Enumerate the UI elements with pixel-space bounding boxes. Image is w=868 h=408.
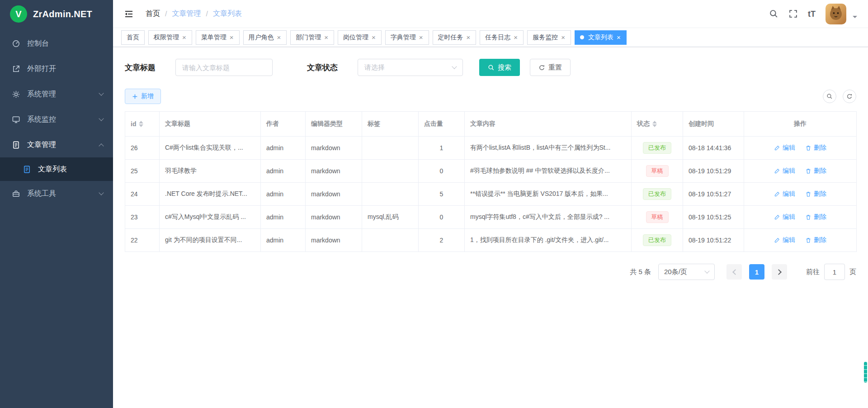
- sidebar-item-label: 文章管理: [27, 140, 56, 150]
- page-number-1[interactable]: 1: [749, 264, 764, 280]
- close-icon[interactable]: ×: [466, 34, 471, 41]
- close-icon[interactable]: ×: [616, 34, 621, 41]
- sidebar: V ZrAdmin.NET 控制台 外部打开 系统管理 系统监控: [0, 0, 113, 408]
- tab-service-monitor[interactable]: 服务监控×: [527, 30, 571, 45]
- tab-scheduled-task[interactable]: 定时任务×: [433, 30, 476, 45]
- edit-button[interactable]: 编辑: [774, 213, 795, 221]
- page-unit-label: 页: [849, 268, 856, 276]
- delete-button[interactable]: 删除: [805, 144, 826, 152]
- toggle-search-button[interactable]: [823, 90, 836, 103]
- table-row: 22 git 为不同的项目设置不同... admin markdown 2 1，…: [125, 229, 857, 252]
- chevron-right-icon: [776, 269, 782, 275]
- refresh-icon: [846, 93, 853, 100]
- delete-button[interactable]: 删除: [805, 236, 826, 244]
- tab-task-log[interactable]: 任务日志×: [480, 30, 524, 45]
- cell-created: 08-19 10:51:29: [683, 160, 744, 183]
- font-size-icon[interactable]: tT: [808, 10, 816, 18]
- goto-page-input[interactable]: [824, 264, 845, 280]
- table-row: 24 .NET Core 发布时提示.NET... admin markdown…: [125, 183, 857, 206]
- tab-article-list[interactable]: 文章列表×: [575, 30, 627, 45]
- goto-label: 前往: [806, 268, 820, 276]
- tab-menu[interactable]: 菜单管理×: [196, 30, 240, 45]
- plus-icon: [132, 94, 138, 100]
- close-icon[interactable]: ×: [324, 34, 329, 41]
- next-page-button[interactable]: [772, 264, 787, 280]
- edit-button[interactable]: 编辑: [774, 190, 795, 198]
- cell-id: 26: [125, 137, 160, 160]
- col-header-status[interactable]: 状态: [632, 112, 683, 137]
- add-button[interactable]: 新增: [125, 89, 161, 104]
- prev-page-button[interactable]: [726, 264, 742, 280]
- tab-dict[interactable]: 字典管理×: [385, 30, 429, 45]
- close-icon[interactable]: ×: [229, 34, 234, 41]
- topbar-actions: tT: [769, 4, 857, 24]
- sidebar-item-article-management[interactable]: 文章管理: [0, 132, 113, 157]
- col-header-editor: 编辑器类型: [306, 112, 362, 137]
- table-row: 23 c#写入Mysql中文显示乱码 ... admin markdown my…: [125, 206, 857, 229]
- close-icon[interactable]: ×: [277, 34, 282, 41]
- sidebar-item-system-monitor[interactable]: 系统监控: [0, 107, 113, 132]
- search-button[interactable]: 搜索: [479, 59, 520, 76]
- cell-author: admin: [261, 137, 306, 160]
- toolbox-icon: [12, 190, 20, 198]
- delete-button[interactable]: 删除: [805, 190, 826, 198]
- sort-icon[interactable]: [652, 121, 657, 127]
- sidebar-item-article-list[interactable]: 文章列表: [0, 157, 113, 181]
- tab-post[interactable]: 岗位管理×: [338, 30, 382, 45]
- close-icon[interactable]: ×: [513, 34, 518, 41]
- tab-home[interactable]: 首页: [121, 30, 145, 45]
- reset-button[interactable]: 重置: [530, 59, 571, 76]
- delete-button[interactable]: 删除: [805, 167, 826, 175]
- close-icon[interactable]: ×: [182, 34, 187, 41]
- close-icon[interactable]: ×: [419, 34, 424, 41]
- cat-avatar-image: [826, 4, 846, 24]
- sidebar-item-system-management[interactable]: 系统管理: [0, 81, 113, 107]
- sidebar-toggle-icon[interactable]: [124, 9, 134, 19]
- chevron-down-icon[interactable]: [853, 16, 857, 20]
- page-size-select[interactable]: 20条/页: [658, 264, 715, 280]
- delete-button[interactable]: 删除: [805, 213, 826, 221]
- table-header-row: id 文章标题 作者 编辑器类型 标签 点击量 文章内容 状态: [125, 112, 857, 137]
- chevron-down-icon: [99, 116, 104, 121]
- app-logo[interactable]: V ZrAdmin.NET: [0, 0, 113, 28]
- fullscreen-icon[interactable]: [788, 9, 798, 19]
- cell-status: 已发布: [632, 183, 683, 206]
- tab-permission[interactable]: 权限管理×: [148, 30, 192, 45]
- user-avatar[interactable]: [826, 4, 846, 24]
- cell-editor: markdown: [306, 206, 362, 229]
- edit-button[interactable]: 编辑: [774, 144, 795, 152]
- scrollbar-thumb[interactable]: [864, 362, 867, 383]
- breadcrumb-item[interactable]: 文章列表: [213, 9, 242, 19]
- sidebar-item-dashboard[interactable]: 控制台: [0, 31, 113, 56]
- col-header-id[interactable]: id: [125, 112, 160, 137]
- col-header-clicks: 点击量: [419, 112, 465, 137]
- tab-label: 首页: [127, 33, 139, 42]
- breadcrumb-item[interactable]: 文章管理: [172, 9, 201, 19]
- pencil-icon: [774, 237, 780, 243]
- refresh-table-button[interactable]: [843, 90, 856, 103]
- edit-button[interactable]: 编辑: [774, 167, 795, 175]
- article-title-input[interactable]: [175, 59, 273, 76]
- cell-actions: 编辑 删除: [744, 229, 857, 252]
- col-header-title: 文章标题: [160, 112, 261, 137]
- cell-content: **错误提示** 当电脑更新 VS2017 版本后，如果...: [465, 183, 632, 206]
- close-icon[interactable]: ×: [561, 34, 566, 41]
- sidebar-item-system-tools[interactable]: 系统工具: [0, 181, 113, 206]
- edit-button[interactable]: 编辑: [774, 236, 795, 244]
- pagination-total: 共 5 条: [630, 268, 651, 276]
- cell-status: 已发布: [632, 137, 683, 160]
- article-status-select[interactable]: 请选择: [358, 59, 463, 76]
- search-icon[interactable]: [769, 9, 778, 19]
- trash-icon: [805, 214, 811, 220]
- status-badge: 已发布: [643, 234, 671, 246]
- page-content: 文章标题 文章状态 请选择 搜索 重置: [113, 47, 868, 408]
- cell-author: admin: [261, 229, 306, 252]
- topbar: 首页 / 文章管理 / 文章列表 tT: [113, 0, 868, 28]
- close-icon[interactable]: ×: [371, 34, 376, 41]
- sidebar-item-external-open[interactable]: 外部打开: [0, 56, 113, 81]
- tab-department[interactable]: 部门管理×: [290, 30, 334, 45]
- sort-icon[interactable]: [139, 121, 143, 127]
- page-size-value: 20条/页: [664, 268, 687, 276]
- breadcrumb-item[interactable]: 首页: [146, 9, 160, 19]
- tab-user-role[interactable]: 用户角色×: [243, 30, 287, 45]
